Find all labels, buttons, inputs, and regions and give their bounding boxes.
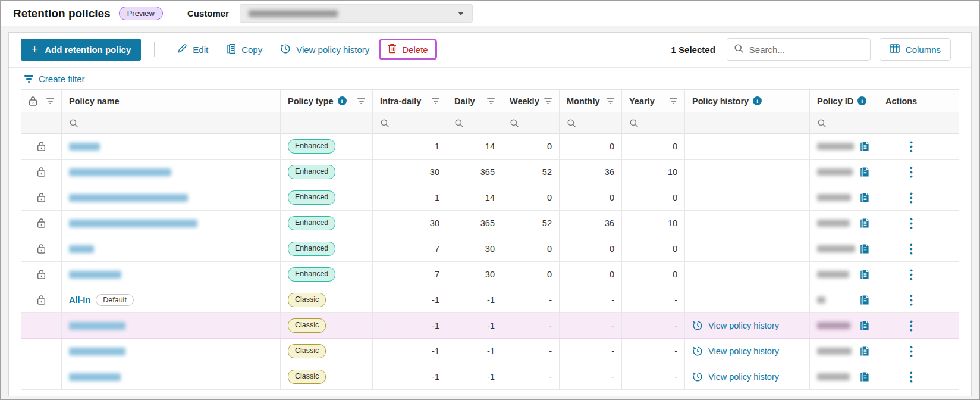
- copy-policy-id-button[interactable]: [858, 293, 871, 307]
- policy-id-cell: [810, 339, 878, 364]
- policy-name-redacted[interactable]: [69, 168, 171, 176]
- policy-name-redacted[interactable]: [69, 322, 125, 330]
- column-header-history[interactable]: Policy historyi: [685, 90, 810, 112]
- column-header-name[interactable]: Policy name: [62, 90, 281, 112]
- copy-policy-id-button[interactable]: [858, 319, 871, 332]
- copy-button[interactable]: Copy: [226, 43, 262, 56]
- daily-cell: 14: [447, 185, 502, 210]
- copy-policy-id-button[interactable]: [858, 140, 871, 153]
- search-cell-intra[interactable]: [373, 112, 447, 133]
- column-header-intra[interactable]: Intra-daily: [373, 90, 447, 112]
- daily-cell: -1: [447, 364, 502, 389]
- column-filter-icon[interactable]: [544, 98, 552, 104]
- column-header-daily[interactable]: Daily: [447, 90, 502, 112]
- column-filter-icon[interactable]: [357, 98, 365, 104]
- row-actions-menu-button[interactable]: [909, 319, 914, 333]
- info-icon[interactable]: i: [753, 96, 762, 105]
- search-cell-id[interactable]: [810, 112, 878, 133]
- copy-policy-id-button[interactable]: [858, 242, 871, 255]
- row-actions-menu-button[interactable]: [909, 242, 914, 256]
- columns-button[interactable]: Columns: [880, 38, 951, 61]
- monthly-cell: -: [560, 288, 622, 312]
- table-row[interactable]: Enhanced114000: [21, 185, 959, 211]
- kebab-menu-icon: [910, 218, 913, 229]
- search-cell-weekly[interactable]: [502, 112, 560, 133]
- row-actions-menu-button[interactable]: [909, 191, 914, 205]
- table-row[interactable]: Enhanced30365523610: [21, 211, 959, 236]
- info-icon[interactable]: i: [338, 96, 347, 105]
- table-row[interactable]: Classic-1-1---View policy history: [21, 364, 959, 390]
- policy-name-redacted[interactable]: [69, 348, 125, 355]
- kebab-menu-icon: [910, 141, 913, 152]
- copy-policy-id-button[interactable]: [858, 370, 871, 383]
- copy-policy-id-button[interactable]: [858, 268, 871, 281]
- table-row[interactable]: Classic-1-1---View policy history: [21, 313, 959, 339]
- column-label-intra: Intra-daily: [380, 96, 421, 106]
- search-cell-yearly[interactable]: [622, 112, 685, 133]
- search-input[interactable]: [749, 45, 868, 55]
- weekly-cell: 0: [502, 236, 560, 261]
- policy-name-redacted[interactable]: [69, 194, 188, 202]
- view-policy-history-link[interactable]: View policy history: [692, 346, 779, 357]
- delete-button[interactable]: Delete: [388, 43, 428, 55]
- column-header-actions[interactable]: Actions: [878, 90, 944, 112]
- column-header-yearly[interactable]: Yearly: [622, 90, 685, 112]
- create-filter-button[interactable]: Create filter: [24, 74, 85, 84]
- intra-cell: -1: [373, 364, 447, 389]
- row-actions-menu-button[interactable]: [909, 370, 914, 384]
- row-actions-menu-button[interactable]: [909, 165, 914, 179]
- copy-policy-id-button[interactable]: [858, 217, 871, 230]
- row-actions-menu-button[interactable]: [909, 293, 914, 307]
- column-filter-icon[interactable]: [46, 98, 54, 104]
- copy-policy-id-button[interactable]: [858, 191, 871, 204]
- policy-name-cell: [62, 339, 281, 364]
- customer-dropdown[interactable]: [240, 4, 473, 23]
- table-row[interactable]: Enhanced730000: [21, 236, 959, 262]
- table-row[interactable]: Enhanced30365523610: [21, 160, 959, 185]
- row-actions-menu-button[interactable]: [909, 140, 914, 154]
- table-row[interactable]: Classic-1-1---View policy history: [21, 339, 959, 364]
- copy-policy-id-button[interactable]: [858, 345, 871, 358]
- search-cell-lock: [21, 112, 62, 133]
- search-cell-monthly[interactable]: [560, 112, 622, 133]
- search-cell-name[interactable]: [62, 112, 281, 133]
- view-policy-history-link[interactable]: View policy history: [692, 320, 779, 331]
- column-filter-icon[interactable]: [670, 98, 677, 104]
- row-actions-menu-button[interactable]: [909, 217, 914, 230]
- column-filter-icon[interactable]: [432, 98, 439, 104]
- table-row[interactable]: Enhanced730000: [21, 262, 959, 288]
- column-header-id[interactable]: Policy IDi: [810, 90, 878, 112]
- edit-button[interactable]: Edit: [177, 43, 208, 55]
- row-actions-menu-button[interactable]: [909, 345, 914, 358]
- column-label-name: Policy name: [69, 96, 120, 106]
- row-actions-menu-button[interactable]: [909, 268, 914, 282]
- policy-name-redacted[interactable]: [69, 220, 197, 227]
- plus-icon: +: [31, 43, 38, 55]
- info-icon[interactable]: i: [857, 96, 866, 105]
- column-filter-icon[interactable]: [607, 98, 614, 104]
- policy-name-redacted[interactable]: [69, 271, 121, 279]
- policy-name-redacted[interactable]: [69, 143, 100, 151]
- lock-icon: [37, 141, 46, 152]
- view-policy-history-link[interactable]: View policy history: [692, 371, 779, 382]
- copy-icon: [859, 295, 869, 305]
- policy-name-redacted[interactable]: [69, 245, 94, 253]
- policy-history-cell: View policy history: [685, 339, 810, 364]
- copy-policy-id-button[interactable]: [858, 165, 871, 179]
- column-filter-icon[interactable]: [487, 98, 495, 104]
- table-row[interactable]: All-InDefaultClassic-1-1---: [21, 288, 959, 313]
- add-retention-policy-button[interactable]: + Add retention policy: [21, 39, 141, 61]
- monthly-cell: 0: [560, 134, 622, 159]
- column-header-weekly[interactable]: Weekly: [502, 90, 560, 112]
- column-header-monthly[interactable]: Monthly: [560, 90, 622, 112]
- search-icon: [734, 43, 744, 56]
- table-row[interactable]: Enhanced114000: [21, 134, 959, 160]
- view-policy-history-button[interactable]: View policy history: [280, 43, 369, 56]
- column-header-lock[interactable]: [21, 90, 62, 112]
- policy-name-link[interactable]: All-In: [69, 295, 90, 305]
- search-box: [727, 38, 871, 61]
- search-cell-daily[interactable]: [447, 112, 502, 133]
- trash-icon: [388, 43, 397, 55]
- policy-name-redacted[interactable]: [69, 373, 121, 381]
- column-header-type[interactable]: Policy typei: [281, 90, 373, 112]
